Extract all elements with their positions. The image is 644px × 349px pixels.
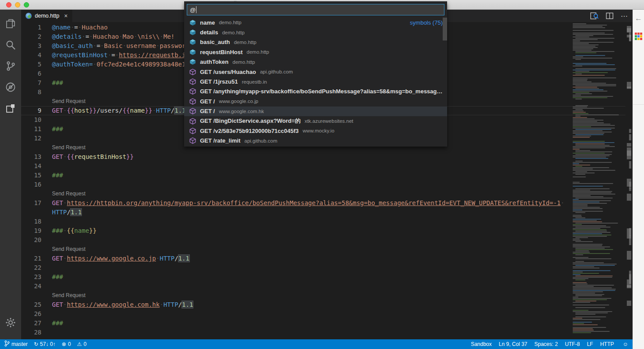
minimap-line	[573, 219, 601, 220]
minimap-line	[573, 272, 583, 272]
warnings-status[interactable]: ⚠0	[77, 341, 86, 347]
overview-ruler-mark	[627, 194, 631, 201]
minimap-line	[573, 122, 604, 123]
code-text: ###	[48, 125, 63, 134]
send-request-codelens[interactable]: Send Request	[48, 245, 85, 254]
symbol-detail: demo.http	[234, 40, 256, 45]
sandbox-status[interactable]: Sandbox	[471, 341, 492, 347]
language-mode-status[interactable]: HTTP	[600, 341, 614, 347]
minimap-line	[573, 155, 610, 156]
activity-source-control-icon[interactable]	[0, 55, 21, 77]
app-grid-icon[interactable]	[635, 33, 642, 40]
quickopen-scrollbar[interactable]	[443, 18, 447, 40]
minimap-line	[573, 328, 593, 329]
symbol-label: authToken	[200, 59, 229, 65]
minimap-line	[572, 309, 625, 309]
quickopen-item[interactable]: GET /rate_limitapi.github.com	[184, 136, 447, 146]
quickopen-item[interactable]: detailsdemo.http	[184, 27, 447, 37]
encoding-status[interactable]: UTF-8	[565, 341, 580, 347]
close-tab-icon[interactable]: ×	[64, 12, 68, 19]
quickopen-item[interactable]: GET /anything/myapp-srv/backoffice/boSen…	[184, 87, 447, 96]
eol-status[interactable]: LF	[587, 341, 593, 347]
errors-status[interactable]: ⊗0	[62, 341, 71, 347]
code-line: 27###	[21, 319, 625, 328]
sync-status[interactable]: ↻57↓ 0↑	[34, 341, 56, 347]
split-editor-icon[interactable]	[606, 12, 614, 19]
send-request-codelens[interactable]: Send Request	[48, 291, 85, 300]
minimap-line	[573, 293, 595, 294]
quickopen-item[interactable]: GET /users/Huachaoapi.github.com	[184, 67, 447, 77]
minimap-line	[573, 282, 587, 283]
minimap-line	[573, 310, 588, 311]
quickopen-item[interactable]: namedemo.httpsymbols (75)	[184, 18, 447, 27]
zoom-window-button[interactable]	[24, 2, 29, 7]
minimap-line	[573, 286, 594, 287]
minimap-line	[575, 114, 619, 115]
minimap-line	[573, 91, 607, 92]
editor-actions: ⋯	[590, 10, 628, 22]
quickopen-item[interactable]: GET /www.google.com.hk	[184, 107, 447, 116]
line-number: 9	[21, 106, 48, 115]
minimap-line	[573, 120, 603, 121]
line-number: 23	[21, 272, 48, 282]
minimap-line	[573, 232, 611, 233]
settings-gear-icon[interactable]	[0, 312, 21, 333]
overview-ruler-mark	[629, 161, 631, 169]
minimap-line	[575, 279, 585, 280]
symbol-method-icon	[189, 108, 196, 114]
feedback-smiley[interactable]: ☺	[621, 341, 628, 347]
editor-scrollbar[interactable]	[625, 22, 633, 339]
quickopen-item[interactable]: basic_authdemo.http	[184, 37, 447, 47]
minimap[interactable]	[572, 22, 625, 339]
open-preview-icon[interactable]	[590, 12, 599, 20]
quickopen-item[interactable]: GET /1jrszu51requestb.in	[184, 77, 447, 86]
minimap-line	[573, 46, 596, 47]
minimap-line	[573, 77, 616, 78]
minimap-line	[572, 31, 625, 32]
minimize-window-button[interactable]	[15, 2, 20, 7]
minimap-line	[573, 253, 610, 254]
minimap-line	[572, 175, 625, 176]
code-line: 22	[21, 263, 625, 272]
quick-open-input[interactable]: @	[187, 4, 444, 15]
minimap-line	[572, 306, 625, 307]
activity-extensions-icon[interactable]	[0, 98, 21, 119]
indentation-status[interactable]: Spaces: 2	[534, 341, 558, 347]
back-arrow-icon[interactable]: ←	[633, 14, 644, 23]
minimap-line	[573, 137, 590, 138]
quickopen-item[interactable]: GET /v2/583e75b9120000b71cc045f3www.mock…	[184, 126, 447, 136]
minimap-line	[572, 140, 625, 140]
code-text	[48, 115, 52, 125]
git-branch-status-label: master	[11, 341, 28, 347]
quickopen-item[interactable]: GET /www.google.co.jp	[184, 96, 447, 106]
close-window-button[interactable]	[6, 2, 11, 7]
quickopen-item[interactable]: authTokendemo.http	[184, 57, 447, 67]
cursor-position-status[interactable]: Ln 9, Col 37	[499, 341, 527, 347]
quickopen-item[interactable]: GET /BingDictService.aspx?Word=的xtk.azur…	[184, 116, 447, 126]
minimap-line	[572, 256, 625, 257]
feedback-smiley-label: ☺	[623, 341, 628, 347]
code-line: HTTP/1.1	[21, 208, 625, 217]
code-text	[48, 263, 52, 272]
code-line: 17GET·https://httpbin.org/anything/myapp…	[21, 198, 625, 208]
minimap-line	[573, 246, 610, 247]
minimap-line	[573, 228, 600, 229]
minimap-line	[572, 54, 625, 55]
minimap-line	[575, 116, 581, 117]
minimap-line	[573, 70, 615, 70]
send-request-codelens[interactable]: Send Request	[48, 143, 85, 152]
minimap-line	[575, 150, 590, 151]
symbol-detail: api.github.com	[260, 69, 293, 74]
git-branch-status[interactable]: master	[4, 340, 28, 348]
send-request-codelens[interactable]: Send Request	[48, 189, 85, 198]
activity-debug-icon[interactable]	[0, 77, 21, 98]
minimap-line	[572, 326, 625, 327]
activity-search-icon[interactable]	[0, 34, 21, 55]
tab-demo-http[interactable]: demo.http ×	[21, 10, 72, 22]
more-actions-icon[interactable]: ⋯	[621, 12, 628, 20]
activity-files-icon[interactable]	[0, 13, 21, 34]
minimap-line	[573, 311, 612, 312]
symbol-label: details	[200, 29, 218, 36]
quickopen-item[interactable]: requestBinHostdemo.http	[184, 47, 447, 57]
send-request-codelens[interactable]: Send Request	[48, 97, 85, 106]
